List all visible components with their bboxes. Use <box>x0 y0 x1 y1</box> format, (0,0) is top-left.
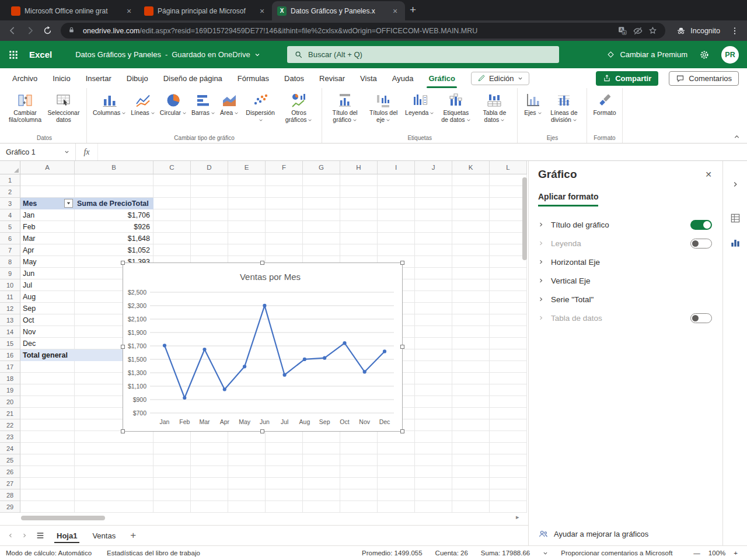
tab-aplicar-formato[interactable]: Aplicar formato <box>538 192 598 206</box>
ribbon-tab-vista[interactable]: Vista <box>352 68 385 88</box>
previous-sheet-button[interactable] <box>4 533 18 538</box>
ribbon-tab-f-rmulas[interactable]: Fórmulas <box>230 68 277 88</box>
ribbon-button-l-neas[interactable]: Líneas <box>129 90 157 118</box>
translate-icon[interactable]: Aa <box>617 26 628 36</box>
sheet-tab-hoja1[interactable]: Hoja1 <box>49 526 85 545</box>
column-header-j[interactable]: J <box>415 161 452 174</box>
cell-a12[interactable]: Sep <box>20 303 75 314</box>
chart-pane-button[interactable] <box>727 235 743 251</box>
vertical-scrollbar[interactable] <box>522 177 527 260</box>
toggle-tabla-de-datos[interactable] <box>690 313 712 323</box>
ribbon-button-tabla-de-datos[interactable]: Tabla de datos <box>476 90 513 125</box>
chart-object[interactable]: Ventas por Mes$700$900$1,100$1,300$1,500… <box>123 262 403 432</box>
row-header-29[interactable]: 29 <box>0 501 20 513</box>
cell-a14[interactable]: Nov <box>20 326 75 338</box>
comments-button[interactable]: Comentarios <box>669 71 739 86</box>
row-header-13[interactable]: 13 <box>0 314 20 326</box>
row-header-6[interactable]: 6 <box>0 233 20 244</box>
row-header-18[interactable]: 18 <box>0 373 20 384</box>
url-bar[interactable]: onedrive.live.com/edit.aspx?resid=169D15… <box>61 23 665 38</box>
ribbon-button-circular[interactable]: Circular <box>158 90 189 118</box>
share-button[interactable]: Compartir <box>596 71 658 86</box>
tab-close-icon[interactable]: × <box>390 6 400 16</box>
row-header-26[interactable]: 26 <box>0 466 20 478</box>
row-header-2[interactable]: 2 <box>0 186 20 198</box>
ribbon-tab-insertar[interactable]: Insertar <box>78 68 119 88</box>
horizontal-scrollbar[interactable] <box>21 516 105 520</box>
column-header-g[interactable]: G <box>303 161 340 174</box>
workbook-statistics-pane-button[interactable] <box>727 210 743 226</box>
pane-item-leyenda[interactable]: Leyenda <box>538 234 722 253</box>
ribbon-button-ejes[interactable]: Ejes <box>522 90 544 118</box>
cell-b4[interactable]: $1,706 <box>75 209 153 221</box>
data-point[interactable] <box>363 370 366 373</box>
row-header-4[interactable]: 4 <box>0 209 20 221</box>
premium-button[interactable]: Cambiar a Premium <box>606 50 687 59</box>
cell-a4[interactable]: Jan <box>20 209 75 221</box>
chart-selection-handle-ml[interactable] <box>121 345 125 349</box>
ribbon-button-barras[interactable]: Barras <box>190 90 217 118</box>
row-header-27[interactable]: 27 <box>0 478 20 489</box>
chart-selection-handle-br[interactable] <box>400 429 404 433</box>
forward-button[interactable] <box>22 23 37 38</box>
reload-button[interactable] <box>40 23 55 38</box>
row-header-8[interactable]: 8 <box>0 256 20 268</box>
insert-function-button[interactable]: fx <box>76 144 98 160</box>
ribbon-tab-gr-fico[interactable]: Gráfico <box>421 68 463 88</box>
bookmark-star-icon[interactable] <box>648 26 658 36</box>
browser-tab-microsoft-office-online-grat[interactable]: Microsoft Office online grat× <box>6 1 139 20</box>
ribbon-tab-dise-o-de-p-gina[interactable]: Diseño de página <box>156 68 230 88</box>
row-header-7[interactable]: 7 <box>0 244 20 256</box>
tab-close-icon[interactable]: × <box>124 6 134 16</box>
row-header-1[interactable]: 1 <box>0 174 20 186</box>
avatar[interactable]: PR <box>721 46 739 64</box>
app-launcher-button[interactable] <box>0 41 27 68</box>
zoom-level[interactable]: 100% <box>708 550 725 556</box>
row-header-22[interactable]: 22 <box>0 419 20 431</box>
cell-a11[interactable]: Aug <box>20 291 75 303</box>
data-point[interactable] <box>343 341 346 345</box>
cell-a13[interactable]: Oct <box>20 314 75 326</box>
editing-mode-button[interactable]: Edición <box>471 72 529 85</box>
add-sheet-button[interactable]: + <box>123 530 143 541</box>
close-pane-button[interactable]: ✕ <box>703 170 714 179</box>
cell-a15[interactable]: Dec <box>20 338 75 349</box>
row-header-5[interactable]: 5 <box>0 221 20 233</box>
row-header-17[interactable]: 17 <box>0 361 20 373</box>
chevron-down-icon[interactable] <box>254 52 260 58</box>
chart-selection-handle-bl[interactable] <box>121 429 125 433</box>
ribbon-button-t-tulos-del-eje[interactable]: Títulos del eje <box>365 90 402 125</box>
column-header-d[interactable]: D <box>191 161 228 174</box>
cell-a10[interactable]: Jul <box>20 279 75 291</box>
scroll-right-arrow-icon[interactable]: ▸ <box>516 513 519 521</box>
pane-item-serie-total[interactable]: Serie "Total" <box>538 290 722 309</box>
ribbon-button-dispersi-n[interactable]: Dispersión <box>242 90 279 125</box>
cell-b5[interactable]: $926 <box>75 221 153 233</box>
improve-charts-link[interactable]: Ayudar a mejorar la gráficos <box>538 528 648 539</box>
column-header-e[interactable]: E <box>228 161 266 174</box>
collapse-ribbon-button[interactable] <box>734 134 740 140</box>
column-header-c[interactable]: C <box>153 161 191 174</box>
chevron-down-icon[interactable] <box>543 551 548 556</box>
toggle-leyenda[interactable] <box>690 239 712 249</box>
pane-item-horizontal-eje[interactable]: Horizontal Eje <box>538 253 722 271</box>
ribbon-button-cambiar-fila-columna[interactable]: Cambiar fila/columna <box>6 90 44 125</box>
row-header-9[interactable]: 9 <box>0 268 20 279</box>
data-point[interactable] <box>203 348 206 351</box>
cell-a6[interactable]: Mar <box>20 233 75 244</box>
zoom-out-button[interactable]: — <box>693 550 700 556</box>
row-header-25[interactable]: 25 <box>0 454 20 466</box>
cell-b6[interactable]: $1,648 <box>75 233 153 244</box>
column-header-l[interactable]: L <box>490 161 527 174</box>
back-button[interactable] <box>5 23 20 38</box>
data-point[interactable] <box>303 358 306 361</box>
row-header-15[interactable]: 15 <box>0 338 20 349</box>
ribbon-button-leyenda[interactable]: Leyenda <box>403 90 436 118</box>
ribbon-button-columnas[interactable]: Columnas <box>91 90 128 118</box>
ribbon-button-otros-gr-ficos[interactable]: Otros gráficos <box>280 90 317 125</box>
pane-item-t-tulo-del-gr-fico[interactable]: Título del gráfico <box>538 215 722 234</box>
new-tab-button[interactable]: + <box>410 4 416 16</box>
ribbon-tab-inicio[interactable]: Inicio <box>45 68 78 88</box>
select-all-corner[interactable] <box>0 161 20 174</box>
row-header-20[interactable]: 20 <box>0 396 20 408</box>
